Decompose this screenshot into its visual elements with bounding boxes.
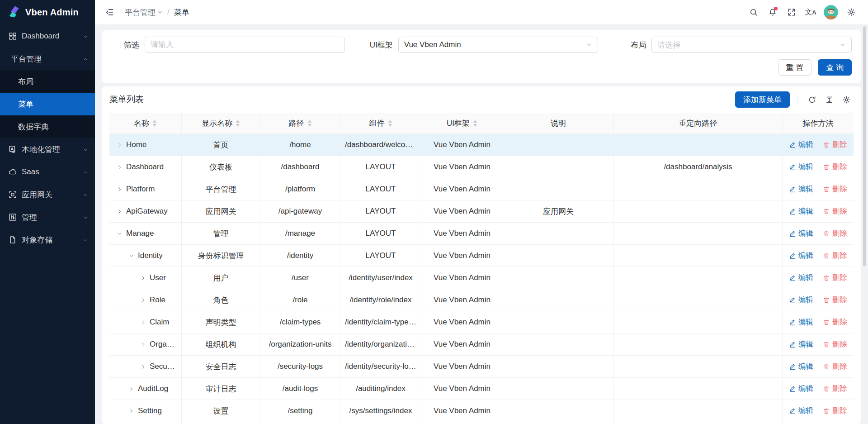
tree-expand-icon[interactable] <box>140 364 146 370</box>
delete-button[interactable]: 删除 <box>823 184 847 194</box>
add-menu-button[interactable]: 添加新菜单 <box>735 91 790 108</box>
sidebar-subitem-布局[interactable]: 布局 <box>0 70 95 93</box>
edit-button[interactable]: 编辑 <box>789 362 813 372</box>
delete-button[interactable]: 删除 <box>823 162 847 172</box>
sidebar-item-管理[interactable]: 管理 <box>0 206 95 229</box>
fullscreen-icon[interactable] <box>784 5 799 20</box>
filter-input-wrap[interactable] <box>145 37 345 53</box>
tree-expand-icon[interactable] <box>140 319 146 325</box>
translate-icon[interactable]: 文A <box>803 5 818 20</box>
column-header-显示名称[interactable]: 显示名称 <box>182 113 260 134</box>
layout-select[interactable]: 请选择 <box>651 37 852 53</box>
tree-expand-icon[interactable] <box>128 386 134 392</box>
tree-expand-icon[interactable] <box>128 408 134 414</box>
edit-button[interactable]: 编辑 <box>789 273 813 283</box>
menu-name: Manage <box>126 229 154 238</box>
sidebar-subitem-菜单[interactable]: 菜单 <box>0 93 95 115</box>
tree-expand-icon[interactable] <box>140 275 146 281</box>
delete-button[interactable]: 删除 <box>823 229 847 238</box>
column-header-路径[interactable]: 路径 <box>260 113 340 134</box>
sidebar-subitem-数据字典[interactable]: 数据字典 <box>0 115 95 138</box>
sidebar-item-label: 对象存储 <box>22 235 82 245</box>
sidebar-item-平台管理[interactable]: 平台管理 <box>0 48 95 70</box>
logo[interactable]: Vben Admin <box>0 0 95 25</box>
delete-button[interactable]: 删除 <box>823 317 847 327</box>
delete-button[interactable]: 删除 <box>823 406 847 416</box>
sort-icon[interactable] <box>473 120 477 127</box>
edit-button[interactable]: 编辑 <box>789 406 813 416</box>
sidebar-item-label: Dashboard <box>22 32 82 41</box>
edit-button[interactable]: 编辑 <box>789 384 813 394</box>
tree-expand-icon[interactable] <box>117 209 123 214</box>
sidebar-item-应用网关[interactable]: 应用网关 <box>0 183 95 206</box>
edit-pencil-icon <box>789 230 796 237</box>
tree-expand-icon[interactable] <box>140 297 146 303</box>
sort-icon[interactable] <box>236 120 240 127</box>
filter-input[interactable] <box>151 40 339 49</box>
delete-button[interactable]: 删除 <box>823 384 847 394</box>
row-height-icon[interactable] <box>822 92 836 107</box>
delete-button[interactable]: 删除 <box>823 295 847 305</box>
sort-icon[interactable] <box>152 120 157 127</box>
refresh-icon[interactable] <box>805 92 819 107</box>
sidebar-item-对象存储[interactable]: 对象存储 <box>0 229 95 251</box>
sidebar-item-本地化管理[interactable]: 本地化管理 <box>0 138 95 161</box>
sidebar-subitem-label: 数据字典 <box>18 122 89 132</box>
table-row-Manage: Manage管理/manageLAYOUTVue Vben Admin编辑删除 <box>109 223 854 245</box>
delete-button[interactable]: 删除 <box>823 206 847 216</box>
edit-button[interactable]: 编辑 <box>789 317 813 327</box>
delete-button[interactable]: 删除 <box>823 273 847 283</box>
path-cell: /user <box>260 267 340 289</box>
gateway-icon <box>8 190 17 199</box>
tree-expand-icon[interactable] <box>117 142 123 148</box>
edit-button[interactable]: 编辑 <box>789 295 813 305</box>
query-button[interactable]: 查 询 <box>818 59 852 76</box>
edit-button[interactable]: 编辑 <box>789 162 813 172</box>
edit-button[interactable]: 编辑 <box>789 140 813 150</box>
description-cell <box>503 400 614 422</box>
breadcrumb-platform[interactable]: 平台管理 <box>125 7 163 18</box>
sidebar-item-Dashboard[interactable]: Dashboard <box>0 25 95 48</box>
edit-button[interactable]: 编辑 <box>789 184 813 194</box>
search-icon[interactable] <box>746 5 761 20</box>
reset-button[interactable]: 重 置 <box>778 59 812 76</box>
edit-button[interactable]: 编辑 <box>789 206 813 216</box>
tree-expand-icon[interactable] <box>117 164 123 170</box>
column-header-组件[interactable]: 组件 <box>340 113 421 134</box>
tree-expand-icon[interactable] <box>117 186 123 192</box>
table-settings-gear-icon[interactable] <box>839 92 854 107</box>
gear-icon[interactable] <box>844 5 859 20</box>
ui-framework-label: UI框架 <box>365 40 393 50</box>
sidebar-item-Saas[interactable]: Saas <box>0 161 95 183</box>
tree-collapse-icon[interactable] <box>128 253 134 259</box>
edit-button[interactable]: 编辑 <box>789 339 813 349</box>
delete-button[interactable]: 删除 <box>823 140 847 150</box>
menu-name: Identity <box>138 251 163 260</box>
vben-logo-icon <box>7 5 21 20</box>
delete-button[interactable]: 删除 <box>823 339 847 349</box>
menu-fold-icon[interactable] <box>102 5 118 20</box>
sort-icon[interactable] <box>388 120 392 127</box>
table-row-Security...: Security...安全日志/security-logs/identity/s… <box>109 356 854 378</box>
ui-framework-select[interactable]: Vue Vben Admin <box>398 37 599 53</box>
tree-collapse-icon[interactable] <box>117 231 123 237</box>
sort-icon[interactable] <box>307 120 312 127</box>
filter-field-name: 筛选 <box>111 37 365 53</box>
action-divider <box>818 386 818 392</box>
sidebar-subitem-label: 菜单 <box>18 99 89 110</box>
bell-icon[interactable] <box>765 5 780 20</box>
edit-button[interactable]: 编辑 <box>789 229 813 238</box>
vertical-scrollbar[interactable] <box>863 26 866 266</box>
delete-button[interactable]: 删除 <box>823 251 847 261</box>
avatar[interactable] <box>824 5 838 19</box>
tree-expand-icon[interactable] <box>140 342 146 348</box>
description-cell <box>503 134 614 156</box>
column-header-名称[interactable]: 名称 <box>109 113 182 134</box>
column-header-UI框架[interactable]: UI框架 <box>421 113 503 134</box>
trash-icon <box>823 252 830 259</box>
description-cell <box>503 378 614 400</box>
delete-button[interactable]: 删除 <box>823 362 847 372</box>
edit-button[interactable]: 编辑 <box>789 251 813 261</box>
path-cell: /dashboard <box>260 156 340 178</box>
name-cell: AuditLog <box>109 378 182 400</box>
